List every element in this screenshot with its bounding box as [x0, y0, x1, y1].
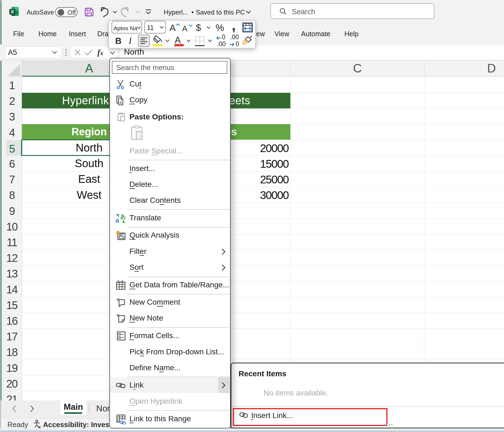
svg-text:あ: あ	[120, 214, 126, 220]
svg-text:a: a	[115, 217, 119, 223]
